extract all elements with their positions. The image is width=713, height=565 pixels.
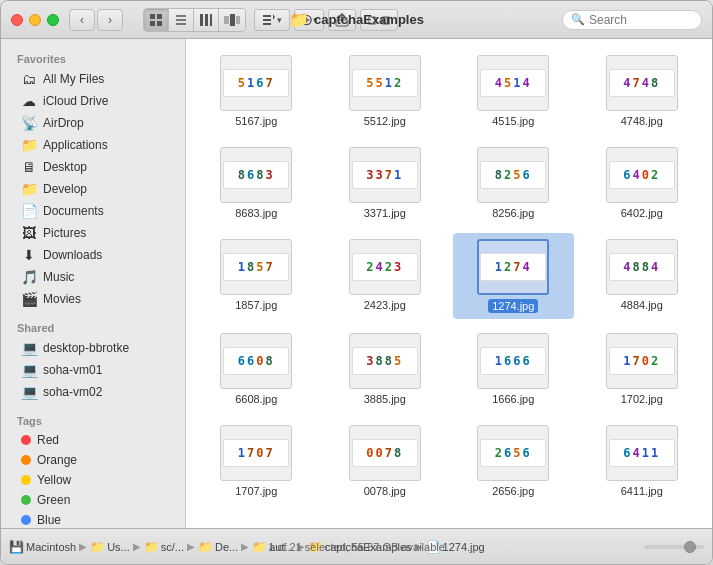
- sidebar-label-desktop: Desktop: [43, 160, 87, 174]
- breadcrumb-part-2[interactable]: 📁sc/...: [144, 540, 184, 554]
- forward-button[interactable]: ›: [97, 9, 123, 31]
- file-thumbnail: 5167: [220, 55, 292, 111]
- sidebar-label-all-my-files: All My Files: [43, 72, 104, 86]
- file-item[interactable]: 4514 4515.jpg: [453, 49, 574, 133]
- file-item[interactable]: 4748 4748.jpg: [582, 49, 703, 133]
- scroll-control[interactable]: [644, 545, 704, 549]
- sidebar-item-movies[interactable]: 🎬Movies: [5, 288, 181, 310]
- breadcrumb-part-0[interactable]: 💾Macintosh: [9, 540, 76, 554]
- captcha-image: 6411: [609, 439, 675, 467]
- file-item[interactable]: 6402 6402.jpg: [582, 141, 703, 225]
- scroll-thumb[interactable]: [684, 541, 696, 553]
- arrange-button[interactable]: ▾: [254, 9, 290, 31]
- file-item[interactable]: 8256 8256.jpg: [453, 141, 574, 225]
- green-dot: [21, 495, 31, 505]
- red-dot: [21, 435, 31, 445]
- coverflow-view-button[interactable]: [219, 9, 245, 31]
- svg-rect-1: [157, 14, 162, 19]
- sidebar-label-airdrop: AirDrop: [43, 116, 84, 130]
- sidebar-item-documents[interactable]: 📄Documents: [5, 200, 181, 222]
- back-button[interactable]: ‹: [69, 9, 95, 31]
- file-item[interactable]: 1707 1707.jpg: [196, 419, 317, 503]
- desktop-bbrotke-icon: 💻: [21, 340, 37, 356]
- file-thumbnail: 3371: [349, 147, 421, 203]
- icon-view-button[interactable]: [144, 9, 169, 31]
- sidebar-item-soha-vm01[interactable]: 💻soha-vm01: [5, 359, 181, 381]
- file-item[interactable]: 1666 1666.jpg: [453, 327, 574, 411]
- blue-dot: [21, 515, 31, 525]
- list-view-button[interactable]: [169, 9, 194, 31]
- captcha-image: 1666: [480, 347, 546, 375]
- svg-rect-15: [263, 23, 271, 25]
- nav-buttons: ‹ ›: [69, 9, 123, 31]
- sidebar-tag-orange[interactable]: Orange: [5, 450, 181, 470]
- file-item[interactable]: 2656 2656.jpg: [453, 419, 574, 503]
- file-item[interactable]: 5512 5512.jpg: [325, 49, 446, 133]
- file-name: 8683.jpg: [235, 207, 277, 219]
- sidebar-tag-green[interactable]: Green: [5, 490, 181, 510]
- sidebar-item-soha-vm02[interactable]: 💻soha-vm02: [5, 381, 181, 403]
- file-name: 1274.jpg: [488, 299, 538, 313]
- sidebar-item-all-my-files[interactable]: 🗂All My Files: [5, 68, 181, 90]
- sidebar-item-airdrop[interactable]: 📡AirDrop: [5, 112, 181, 134]
- file-name: 5167.jpg: [235, 115, 277, 127]
- sidebar-label-icloud-drive: iCloud Drive: [43, 94, 108, 108]
- file-name: 8256.jpg: [492, 207, 534, 219]
- svg-rect-7: [200, 14, 203, 26]
- svg-rect-0: [150, 14, 155, 19]
- file-item[interactable]: 3885 3885.jpg: [325, 327, 446, 411]
- sidebar-item-desktop[interactable]: 🖥Desktop: [5, 156, 181, 178]
- file-name: 6608.jpg: [235, 393, 277, 405]
- sidebar-item-applications[interactable]: 📁Applications: [5, 134, 181, 156]
- file-name: 1707.jpg: [235, 485, 277, 497]
- breadcrumb-part-3[interactable]: 📁De...: [198, 540, 238, 554]
- maximize-button[interactable]: [47, 14, 59, 26]
- sidebar-item-pictures[interactable]: 🖼Pictures: [5, 222, 181, 244]
- file-name: 1857.jpg: [235, 299, 277, 311]
- sidebar-label-downloads: Downloads: [43, 248, 102, 262]
- scroll-slider[interactable]: [644, 545, 704, 549]
- column-view-button[interactable]: [194, 9, 219, 31]
- file-item[interactable]: 4884 4884.jpg: [582, 233, 703, 319]
- sidebar-item-desktop-bbrotke[interactable]: 💻desktop-bbrotke: [5, 337, 181, 359]
- search-input[interactable]: [589, 13, 693, 27]
- sidebar-item-icloud-drive[interactable]: ☁iCloud Drive: [5, 90, 181, 112]
- sidebar-label-movies: Movies: [43, 292, 81, 306]
- file-item[interactable]: 0078 0078.jpg: [325, 419, 446, 503]
- file-item[interactable]: 1274 1274.jpg: [453, 233, 574, 319]
- file-thumbnail: 0078: [349, 425, 421, 481]
- sidebar-item-music[interactable]: 🎵Music: [5, 266, 181, 288]
- file-thumbnail: 8256: [477, 147, 549, 203]
- file-name: 4748.jpg: [621, 115, 663, 127]
- sidebar-tag-red[interactable]: Red: [5, 430, 181, 450]
- file-item[interactable]: 8683 8683.jpg: [196, 141, 317, 225]
- captcha-image: 1707: [223, 439, 289, 467]
- captcha-image: 1702: [609, 347, 675, 375]
- search-box[interactable]: 🔍: [562, 10, 702, 30]
- captcha-image: 0078: [352, 439, 418, 467]
- status-text: 1 of 21 selected, 55.67 GB available: [268, 541, 445, 553]
- breadcrumb-separator: ▶: [241, 541, 249, 552]
- file-item[interactable]: 1857 1857.jpg: [196, 233, 317, 319]
- icloud-drive-icon: ☁: [21, 93, 37, 109]
- file-thumbnail: 4884: [606, 239, 678, 295]
- breadcrumb-part-1[interactable]: 📁Us...: [90, 540, 130, 554]
- sidebar-tag-blue[interactable]: Blue: [5, 510, 181, 528]
- close-button[interactable]: [11, 14, 23, 26]
- file-item[interactable]: 6608 6608.jpg: [196, 327, 317, 411]
- file-item[interactable]: 6411 6411.jpg: [582, 419, 703, 503]
- content-area: 5167 5167.jpg 5512 5512.jpg 4514 4515.jp…: [186, 39, 712, 528]
- sidebar-tag-yellow[interactable]: Yellow: [5, 470, 181, 490]
- file-item[interactable]: 1702 1702.jpg: [582, 327, 703, 411]
- file-item[interactable]: 3371 3371.jpg: [325, 141, 446, 225]
- minimize-button[interactable]: [29, 14, 41, 26]
- music-icon: 🎵: [21, 269, 37, 285]
- file-item[interactable]: 2423 2423.jpg: [325, 233, 446, 319]
- sidebar-label-soha-vm02: soha-vm02: [43, 385, 102, 399]
- svg-rect-2: [150, 21, 155, 26]
- search-icon: 🔍: [571, 13, 585, 26]
- sidebar-item-downloads[interactable]: ⬇Downloads: [5, 244, 181, 266]
- sidebar-label-applications: Applications: [43, 138, 108, 152]
- file-item[interactable]: 5167 5167.jpg: [196, 49, 317, 133]
- sidebar-item-develop[interactable]: 📁Develop: [5, 178, 181, 200]
